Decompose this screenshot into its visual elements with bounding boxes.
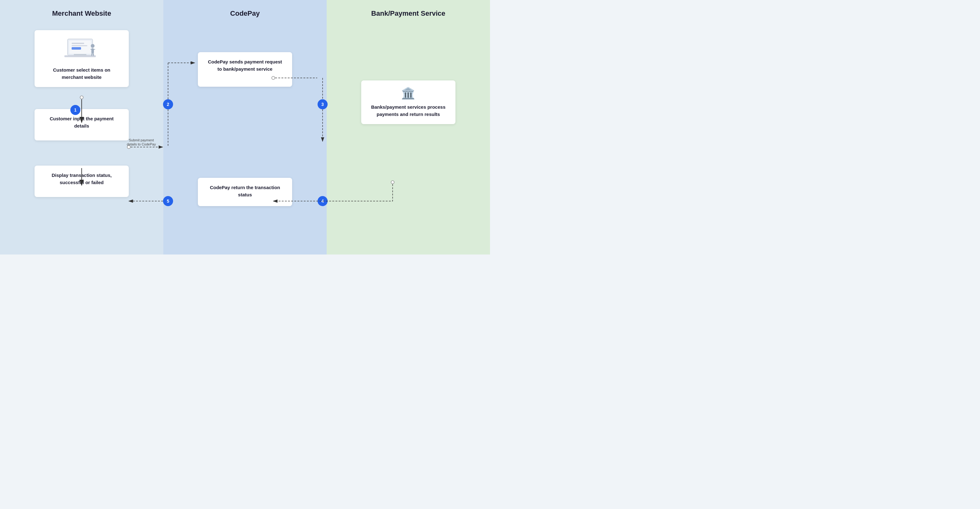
codepay-step2-text: CodePay return the transaction status xyxy=(205,184,285,198)
svg-rect-3 xyxy=(72,45,88,46)
laptop-illustration xyxy=(42,37,121,63)
codepay-column: CodePay CodePay sends payment request to… xyxy=(163,0,327,254)
merchant-step2-text: Customer input the payment details xyxy=(42,115,121,129)
bank-icon: 🏛️ xyxy=(369,87,448,100)
bank-card-1: 🏛️ Banks/payment services process paymen… xyxy=(361,80,455,124)
svg-rect-12 xyxy=(93,53,94,56)
svg-rect-11 xyxy=(91,53,92,56)
merchant-column: Merchant Website xyxy=(0,0,163,254)
merchant-step3-text: Display transaction status, successful o… xyxy=(42,172,121,186)
diagram-container: Merchant Website xyxy=(0,0,490,254)
svg-rect-9 xyxy=(91,49,92,49)
svg-rect-10 xyxy=(94,49,95,49)
svg-rect-6 xyxy=(74,54,86,55)
bank-step1-text: Banks/payment services process payments … xyxy=(369,104,448,118)
bank-title: Bank/Payment Service xyxy=(371,10,445,17)
svg-point-7 xyxy=(91,44,95,48)
svg-rect-4 xyxy=(72,47,81,49)
bank-column: Bank/Payment Service 🏛️ Banks/payment se… xyxy=(327,0,490,254)
codepay-card-1: CodePay sends payment request to bank/pa… xyxy=(198,52,292,87)
merchant-card-2: Customer input the payment details xyxy=(35,109,129,140)
codepay-step1-text: CodePay sends payment request to bank/pa… xyxy=(205,59,285,73)
merchant-step1-text: Customer select items on merchant websit… xyxy=(42,67,121,81)
merchant-card-1: Customer select items on merchant websit… xyxy=(35,30,129,87)
svg-rect-2 xyxy=(72,43,84,44)
merchant-title: Merchant Website xyxy=(52,10,111,17)
svg-rect-5 xyxy=(64,55,96,57)
codepay-title: CodePay xyxy=(230,10,260,17)
merchant-card-3: Display transaction status, successful o… xyxy=(35,165,129,197)
codepay-card-2: CodePay return the transaction status xyxy=(198,178,292,206)
